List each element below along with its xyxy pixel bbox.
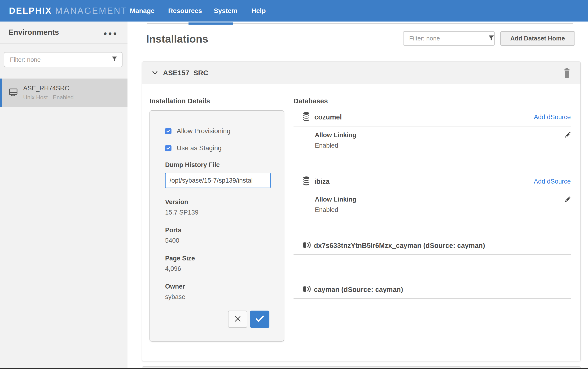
database-name: cozumel (314, 113, 534, 121)
allow-provisioning-checkbox[interactable] (165, 128, 172, 134)
allow-linking-value: Enabled (294, 142, 571, 149)
installation-card-body: Installation Details Databases Allow Pro… (142, 84, 580, 361)
details-action-buttons (228, 311, 269, 328)
close-icon (234, 315, 242, 323)
filter-funnel-icon[interactable] (488, 35, 494, 42)
page-title: Installations (146, 33, 208, 45)
allow-linking-row: Allow Linking (294, 196, 571, 203)
brand-secondary: MANAGEMENT (55, 6, 127, 16)
version-value: 15.7 SP139 (165, 209, 269, 216)
nav-item-system[interactable]: System (214, 0, 237, 21)
ports-label: Ports (165, 227, 269, 234)
nav-item-manage[interactable]: Manage (130, 0, 154, 21)
confirm-button[interactable] (250, 311, 269, 328)
environment-status: Unix Host - Enabled (23, 94, 73, 101)
filter-funnel-icon[interactable] (112, 57, 117, 63)
allow-provisioning-label: Allow Provisioning (177, 127, 230, 135)
dsource-row: cayman (dSource: cayman) (294, 284, 571, 299)
nav-item-resources[interactable]: Resources (168, 0, 202, 21)
cancel-button[interactable] (228, 311, 247, 328)
installation-details-panel: Allow Provisioning Use as Staging Dump H… (150, 110, 284, 342)
dsource-line: dx7s633tnzYtnB5lr6Mzx_cayman (dSource: c… (294, 240, 571, 251)
divider (294, 298, 571, 299)
sidebar-filter-section (0, 43, 128, 74)
allow-linking-label: Allow Linking (315, 132, 565, 139)
sidebar-title: Environments (9, 28, 59, 37)
ports-field: Ports 5400 (165, 227, 269, 244)
page-size-label: Page Size (165, 255, 269, 262)
delphix-logo: DELPHIX MANAGEMENT (9, 0, 128, 21)
dump-history-file-input[interactable] (165, 173, 271, 188)
use-as-staging-row[interactable]: Use as Staging (165, 144, 269, 152)
dsource-database-icon (303, 242, 311, 250)
dsource-database-icon (303, 286, 311, 294)
divider (294, 127, 571, 127)
add-dsource-link[interactable]: Add dSource (534, 113, 571, 121)
selected-indicator-bar (0, 79, 2, 107)
installation-name: ASE157_SRC (163, 69, 208, 77)
database-name-row: cozumel Add dSource (294, 111, 571, 124)
use-as-staging-checkbox[interactable] (165, 145, 172, 151)
divider (294, 254, 571, 255)
brand-primary: DELPHIX (9, 6, 52, 16)
allow-provisioning-row[interactable]: Allow Provisioning (165, 127, 269, 135)
page-size-value: 4,096 (165, 265, 269, 273)
database-icon (303, 176, 310, 186)
dump-history-file-label: Dump History File (165, 161, 269, 169)
ports-value: 5400 (165, 237, 269, 244)
installation-details-heading: Installation Details (150, 97, 210, 105)
dsource-name: cayman (dSource: cayman) (314, 286, 403, 294)
installations-filter-box[interactable] (403, 31, 495, 46)
sidebar-header: Environments ●●● (0, 21, 128, 43)
ellipsis-icon[interactable]: ●●● (103, 28, 118, 36)
pencil-icon[interactable] (565, 196, 571, 203)
database-name: ibiza (314, 178, 534, 185)
allow-linking-label: Allow Linking (315, 196, 565, 203)
databases-heading: Databases (294, 97, 328, 105)
dsource-name: dx7s633tnzYtnB5lr6Mzx_cayman (dSource: c… (314, 242, 485, 250)
owner-field: Owner sybase (165, 283, 269, 301)
nav-item-help[interactable]: Help (252, 0, 266, 21)
database-entry-ibiza: ibiza Add dSource Allow Linking (294, 175, 571, 214)
add-dataset-home-button[interactable]: Add Dataset Home (500, 31, 575, 46)
owner-value: sybase (165, 293, 269, 301)
database-name-row: ibiza Add dSource (294, 175, 571, 188)
version-field: Version 15.7 SP139 (165, 198, 269, 216)
database-entry-cozumel: cozumel Add dSource Allow Linking (294, 111, 571, 149)
dsource-row: dx7s633tnzYtnB5lr6Mzx_cayman (dSource: c… (294, 240, 571, 255)
installation-card: ASE157_SRC Installation Details Database… (142, 62, 581, 361)
use-as-staging-label: Use as Staging (177, 144, 222, 152)
trash-icon[interactable] (564, 68, 570, 78)
environment-filter-box[interactable] (4, 52, 122, 67)
environment-filter-input[interactable] (4, 56, 112, 63)
tab-strip-line (147, 23, 573, 24)
top-navbar: DELPHIX MANAGEMENT Manage Resources Syst… (0, 0, 588, 21)
environment-item-text: ASE_RH74SRC Unix Host - Enabled (23, 85, 73, 101)
active-tab-underline (189, 22, 233, 25)
database-icon (303, 112, 310, 122)
chevron-down-icon[interactable] (151, 70, 159, 76)
delphix-management-screen: DELPHIX MANAGEMENT Manage Resources Syst… (0, 0, 588, 369)
pencil-icon[interactable] (565, 132, 571, 138)
environment-name: ASE_RH74SRC (23, 85, 73, 92)
allow-linking-value: Enabled (294, 206, 571, 214)
page-size-field: Page Size 4,096 (165, 255, 269, 273)
environment-list-item[interactable]: ASE_RH74SRC Unix Host - Enabled (0, 79, 128, 107)
dsource-line: cayman (dSource: cayman) (294, 284, 571, 296)
environments-sidebar: Environments ●●● ASE_RH74SRC (0, 21, 128, 369)
allow-linking-row: Allow Linking (294, 132, 571, 139)
version-label: Version (165, 198, 269, 206)
check-icon (255, 315, 264, 323)
add-dsource-link[interactable]: Add dSource (534, 178, 571, 185)
installations-filter-input[interactable] (404, 35, 488, 42)
host-icon (9, 88, 18, 98)
owner-label: Owner (165, 283, 269, 290)
divider (294, 191, 571, 191)
main-content: Installations Add Dataset Home ASE157_SR… (128, 21, 588, 369)
installation-card-header[interactable]: ASE157_SRC (142, 62, 580, 84)
